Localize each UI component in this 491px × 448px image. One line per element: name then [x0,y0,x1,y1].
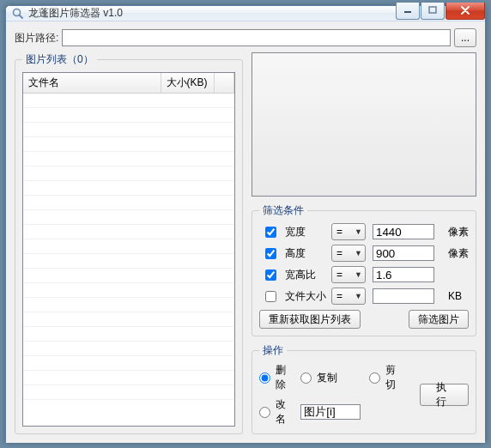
width-label: 宽度 [285,225,326,239]
svg-rect-3 [429,7,436,13]
filter-images-button[interactable]: 筛选图片 [409,310,469,329]
op-copy-radio[interactable]: 复制 [300,371,361,385]
main-area: 图片列表（0） 文件名 大小(KB) [15,52,476,434]
magnifier-icon [11,7,25,21]
height-checkbox[interactable] [264,248,277,259]
list-column: 图片列表（0） 文件名 大小(KB) [15,52,243,434]
maximize-button[interactable] [421,3,445,20]
size-checkbox[interactable] [264,291,277,302]
filter-legend: 筛选条件 [259,203,307,218]
op-delete-radio[interactable]: 删除 [259,363,292,392]
height-input[interactable] [373,245,434,261]
close-button[interactable] [446,3,485,20]
svg-rect-2 [404,11,411,13]
list-fieldset: 图片列表（0） 文件名 大小(KB) [15,52,243,434]
minimize-button[interactable] [396,3,420,20]
size-label: 文件大小 [285,289,326,304]
file-table-body[interactable] [23,94,234,400]
app-window: 龙蓬图片筛选器 v1.0 图片路径: ... 图片列表（0） [5,5,486,443]
op-rename-radio[interactable]: 改名 [259,397,292,427]
width-op-select[interactable]: =▼ [331,223,366,240]
right-column: 筛选条件 宽度 =▼ 像素 高度 =▼ 像素 [252,52,476,434]
ratio-label: 宽高比 [285,268,326,282]
svg-line-1 [20,15,23,18]
refresh-list-button[interactable]: 重新获取图片列表 [259,310,361,329]
window-controls [395,3,485,20]
col-filename[interactable]: 文件名 [23,73,161,94]
size-unit: KB [448,290,469,302]
col-spacer [214,73,234,94]
chevron-down-icon: ▼ [355,270,362,279]
ops-grid: 删除 复制 剪切 执行 改名 [259,363,469,427]
file-table: 文件名 大小(KB) [23,73,234,400]
width-checkbox[interactable] [264,227,277,238]
preview-pane [252,52,476,197]
op-cut-radio[interactable]: 剪切 [369,363,402,392]
filter-fieldset: 筛选条件 宽度 =▼ 像素 高度 =▼ 像素 [252,203,476,336]
size-op-select[interactable]: =▼ [331,288,366,305]
ops-legend: 操作 [259,343,287,358]
col-size[interactable]: 大小(KB) [161,73,214,94]
execute-button[interactable]: 执行 [420,384,469,406]
titlebar[interactable]: 龙蓬图片筛选器 v1.0 [6,6,485,21]
ops-fieldset: 操作 删除 复制 剪切 执行 改名 [252,343,476,434]
width-unit: 像素 [448,225,469,239]
path-input[interactable] [62,29,451,46]
chevron-down-icon: ▼ [355,292,362,300]
browse-button[interactable]: ... [454,28,476,47]
height-label: 高度 [285,246,326,261]
path-label: 图片路径: [15,31,58,45]
chevron-down-icon: ▼ [355,249,362,257]
ratio-checkbox[interactable] [264,269,277,281]
ratio-input[interactable] [373,267,434,282]
size-input[interactable] [373,288,434,304]
list-legend: 图片列表（0） [22,52,97,67]
client-area: 图片路径: ... 图片列表（0） 文件名 大小(KB) [6,21,485,443]
file-table-wrap: 文件名 大小(KB) [22,72,235,427]
height-op-select[interactable]: =▼ [331,245,366,262]
filter-grid: 宽度 =▼ 像素 高度 =▼ 像素 宽高比 =▼ [259,223,469,305]
path-row: 图片路径: ... [15,28,476,47]
rename-pattern-input[interactable] [300,404,361,420]
ratio-op-select[interactable]: =▼ [331,266,366,283]
chevron-down-icon: ▼ [355,227,362,236]
width-input[interactable] [373,224,434,239]
height-unit: 像素 [448,246,469,261]
window-title: 龙蓬图片筛选器 v1.0 [28,6,395,21]
